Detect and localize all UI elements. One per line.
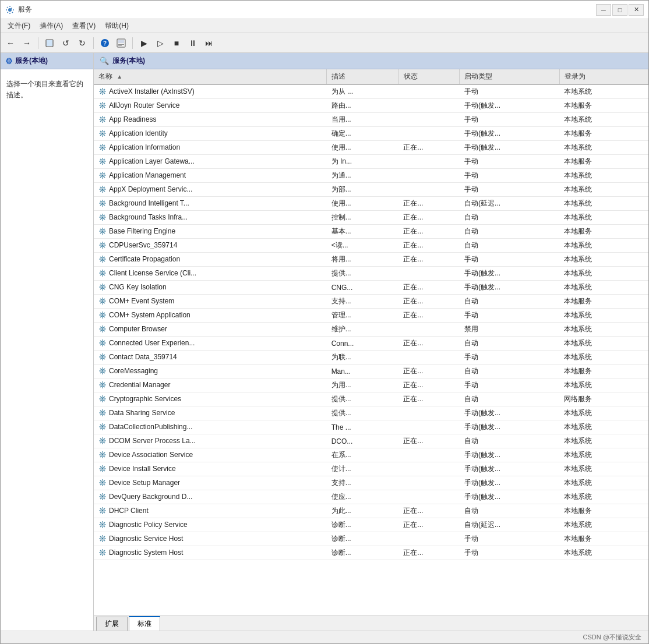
menu-view[interactable]: 查看(V): [68, 20, 100, 32]
table-row[interactable]: Application Management为通...手动本地系统: [94, 169, 648, 183]
tab-expand[interactable]: 扩展: [96, 617, 128, 631]
table-row[interactable]: DCOM Server Process La...DCO...正在...自动本地…: [94, 434, 648, 448]
minimize-button[interactable]: ─: [596, 4, 611, 16]
table-row[interactable]: DataCollectionPublishing...The ...手动(触发.…: [94, 420, 648, 434]
up-button[interactable]: [42, 36, 57, 51]
service-desc: 提供...: [327, 406, 399, 420]
start-button[interactable]: ▶: [136, 36, 151, 51]
forward-button[interactable]: →: [19, 36, 34, 51]
right-panel-title: 服务(本地): [112, 56, 145, 66]
service-desc: The ...: [327, 420, 399, 434]
svg-point-290: [102, 482, 104, 483]
table-row[interactable]: Connected User Experien...Conn...正在...自动…: [94, 337, 648, 351]
table-row[interactable]: Contact Data_359714为联...手动本地系统: [94, 351, 648, 365]
svg-point-40: [102, 132, 104, 134]
table-row[interactable]: COM+ Event System支持...正在...自动本地服务: [94, 295, 648, 309]
refresh2-button[interactable]: ↻: [75, 36, 90, 51]
watermark: CSDN @不懂说安全: [1, 631, 648, 643]
table-row[interactable]: CDPUserSvc_359714<读...正在...自动本地系统: [94, 239, 648, 253]
service-desc: 确定...: [327, 127, 399, 141]
table-row[interactable]: Cryptographic Services提供...正在...自动网络服务: [94, 392, 648, 406]
table-row[interactable]: COM+ System Application管理...正在...手动本地系统: [94, 309, 648, 323]
svg-line-208: [100, 359, 101, 359]
table-row[interactable]: Computer Browser维护...禁用本地系统: [94, 323, 648, 337]
table-row[interactable]: CNG Key IsolationCNG...正在...手动(触发...本地系统: [94, 281, 648, 295]
menu-action[interactable]: 操作(A): [35, 20, 68, 32]
menu-file[interactable]: 文件(F): [3, 20, 35, 32]
svg-line-107: [104, 215, 105, 215]
refresh-button[interactable]: ↺: [58, 36, 73, 51]
service-status: 正在...: [398, 225, 460, 239]
svg-line-46: [104, 135, 105, 136]
table-row[interactable]: Base Filtering Engine基本...正在...自动本地服务: [94, 225, 648, 239]
svg-line-118: [100, 233, 101, 233]
table-row[interactable]: AllJoyn Router Service路由...手动(触发...本地服务: [94, 99, 648, 113]
svg-line-238: [100, 401, 101, 401]
table-row[interactable]: DevQuery Background D...使应...手动(触发...本地系…: [94, 490, 648, 504]
pause-button[interactable]: ⏸: [185, 36, 200, 51]
col-header-startup[interactable]: 启动类型: [460, 69, 559, 84]
table-row[interactable]: Application Information使用...正在...手动(触发..…: [94, 141, 648, 155]
svg-line-256: [104, 429, 105, 429]
svg-line-308: [100, 498, 101, 499]
table-row[interactable]: Data Sharing Service提供...手动(触发...本地系统: [94, 406, 648, 420]
col-header-login[interactable]: 登录为: [559, 69, 648, 84]
table-row[interactable]: Background Tasks Infra...控制...正在...自动本地系…: [94, 211, 648, 225]
service-desc: 使计...: [327, 462, 399, 476]
svg-line-317: [104, 508, 105, 509]
service-name-cell: CDPUserSvc_359714: [94, 239, 327, 253]
table-row[interactable]: Diagnostic System Host诊断...正在...手动本地系统: [94, 546, 648, 560]
service-desc: 为通...: [327, 169, 399, 183]
table-row[interactable]: Application Identity确定...手动(触发...本地服务: [94, 127, 648, 141]
table-row[interactable]: CoreMessagingMan...正在...自动本地服务: [94, 365, 648, 378]
svg-line-158: [100, 289, 101, 289]
col-header-status[interactable]: 状态: [398, 69, 460, 84]
maximize-button[interactable]: □: [612, 4, 627, 16]
svg-line-127: [104, 243, 105, 243]
svg-line-88: [100, 191, 101, 192]
table-row[interactable]: App Readiness当用...手动本地系统: [94, 113, 648, 127]
service-name-cell: Certificate Propagation: [94, 253, 327, 267]
service-name-cell: AppX Deployment Servic...: [94, 183, 327, 197]
back-button[interactable]: ←: [3, 36, 18, 51]
svg-point-310: [102, 509, 104, 511]
svg-line-106: [104, 219, 105, 220]
service-login: 本地系统: [559, 239, 648, 253]
service-status: 正在...: [398, 365, 460, 378]
table-row[interactable]: DHCP Client为此...正在...自动本地服务: [94, 504, 648, 518]
help-button[interactable]: ?: [97, 36, 112, 51]
svg-line-276: [104, 457, 105, 457]
svg-point-220: [102, 384, 104, 385]
service-startup: 手动: [460, 155, 559, 169]
svg-line-306: [104, 498, 105, 499]
service-name-cell: Client License Service (Cli...: [94, 267, 327, 281]
export-button[interactable]: [114, 36, 129, 51]
table-row[interactable]: Application Layer Gatewa...为 In...手动本地服务: [94, 155, 648, 169]
start2-button[interactable]: ▷: [153, 36, 168, 51]
col-header-name[interactable]: 名称 ▲: [94, 69, 327, 84]
menu-help[interactable]: 帮助(H): [100, 20, 133, 32]
table-row[interactable]: Device Association Service在系...手动(触发...本…: [94, 448, 648, 462]
table-row[interactable]: Client License Service (Cli...提供...手动(触发…: [94, 267, 648, 281]
service-name-cell: DHCP Client: [94, 504, 327, 518]
svg-line-265: [100, 438, 101, 439]
table-row[interactable]: Diagnostic Policy Service诊断...正在...自动(延迟…: [94, 518, 648, 532]
left-panel-header: ⚙ 服务(本地): [1, 53, 93, 69]
service-table-wrap[interactable]: 名称 ▲ 描述 状态 启动类型: [94, 69, 648, 615]
stop-button[interactable]: ■: [169, 36, 184, 51]
table-row[interactable]: Certificate Propagation将用...正在...手动本地系统: [94, 253, 648, 267]
table-row[interactable]: ActiveX Installer (AxInstSV)为从 ...手动本地系统: [94, 84, 648, 99]
table-row[interactable]: Diagnostic Service Host诊断...手动本地服务: [94, 532, 648, 546]
close-button[interactable]: ✕: [629, 4, 644, 16]
table-row[interactable]: Device Setup Manager支持...手动(触发...本地系统: [94, 476, 648, 490]
restart-button[interactable]: ⏭: [202, 36, 217, 51]
table-row[interactable]: AppX Deployment Servic...为部...手动本地系统: [94, 183, 648, 197]
table-row[interactable]: Background Intelligent T...使用...正在...自动(…: [94, 197, 648, 211]
col-header-desc[interactable]: 描述: [327, 69, 399, 84]
svg-rect-2: [47, 40, 52, 46]
table-row[interactable]: Credential Manager为用...正在...手动本地系统: [94, 378, 648, 392]
service-name-cell: ActiveX Installer (AxInstSV): [94, 84, 327, 99]
tab-standard[interactable]: 标准: [129, 616, 160, 631]
table-row[interactable]: Device Install Service使计...手动(触发...本地系统: [94, 462, 648, 476]
svg-line-305: [100, 494, 101, 495]
